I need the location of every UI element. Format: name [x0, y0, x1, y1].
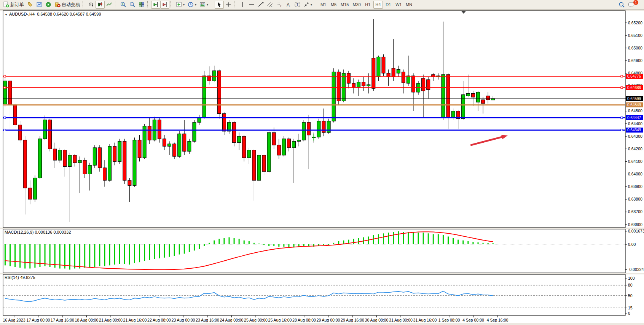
templates-dropdown-caret[interactable]: ▾ — [207, 3, 208, 6]
line-handle[interactable] — [621, 75, 623, 77]
candle — [292, 141, 296, 148]
candle — [3, 81, 7, 104]
search-button[interactable] — [617, 1, 626, 9]
timeframe-w1-button[interactable]: W1 — [394, 1, 403, 9]
tile-windows-button[interactable] — [137, 1, 146, 9]
candle — [217, 71, 221, 114]
time-axis: 16 Aug 202317 Aug 00:0017 Aug 16:0018 Au… — [3, 315, 509, 322]
zoom-in-button[interactable] — [119, 1, 128, 9]
candle — [297, 140, 301, 141]
candle — [138, 140, 141, 158]
candle — [158, 120, 161, 139]
auto-scroll-button[interactable] — [151, 1, 160, 9]
candle — [193, 123, 196, 142]
search-icon — [618, 2, 625, 8]
svg-text:A: A — [287, 2, 290, 8]
candle — [362, 82, 365, 86]
svg-text:29 Aug 00:00: 29 Aug 00:00 — [317, 318, 340, 322]
crayon-button[interactable] — [26, 1, 35, 9]
candle — [173, 144, 176, 156]
text-tool-button[interactable]: A — [284, 1, 293, 9]
line-handle[interactable] — [4, 129, 6, 131]
timeframe-m30-button[interactable]: M30 — [351, 1, 362, 9]
candle — [128, 180, 131, 185]
symbol-dropdown-icon[interactable]: ▼ — [5, 13, 8, 16]
rsi-panel[interactable] — [3, 274, 625, 315]
candle — [372, 58, 375, 89]
line-chart-mode-button[interactable] — [105, 1, 114, 9]
zoom-out-button[interactable] — [128, 1, 137, 9]
candle — [242, 136, 246, 158]
new-order-button[interactable]: 新订单 — [2, 1, 26, 9]
zoom-out-icon — [129, 2, 135, 8]
timeframe-h4-button[interactable]: H4 — [373, 1, 383, 9]
vertical-line-tool-button[interactable] — [238, 1, 247, 9]
line-handle[interactable] — [621, 129, 623, 131]
svg-text:0.64300: 0.64300 — [628, 134, 642, 139]
line-handle[interactable] — [4, 75, 6, 77]
toolbar-separator — [315, 1, 317, 8]
candle — [48, 120, 52, 149]
line-handle[interactable] — [4, 87, 6, 89]
svg-text:25 Aug 00:00: 25 Aug 00:00 — [244, 318, 268, 322]
macd-panel[interactable] — [3, 229, 625, 273]
svg-text:0.001673: 0.001673 — [628, 229, 644, 233]
macd-label: MACD(12,26,9) 0.000136 0.000332 — [5, 230, 71, 234]
candle — [282, 139, 285, 155]
candle — [233, 123, 236, 143]
crosshair-tool-button[interactable] — [224, 1, 233, 9]
toolbar-separator — [171, 1, 173, 8]
price-panel[interactable] — [3, 11, 625, 228]
candle — [43, 120, 47, 139]
chat-unread-badge: 1 — [633, 0, 639, 5]
clock-icon — [188, 2, 194, 8]
periods-button[interactable]: ▾ — [186, 1, 198, 9]
bar-chart-mode-button[interactable] — [86, 1, 96, 9]
text-icon: A — [285, 2, 291, 8]
candlestick-mode-button[interactable] — [96, 1, 105, 9]
timeframe-h1-button[interactable]: H1 — [363, 1, 373, 9]
candle — [377, 57, 380, 77]
timeframe-mn-button[interactable]: MN — [404, 1, 414, 9]
candle — [83, 160, 86, 174]
chart-shift-button[interactable] — [160, 1, 169, 9]
periods-dropdown-caret[interactable]: ▾ — [195, 3, 196, 6]
trendline-icon — [258, 2, 264, 8]
trendline-tool-button[interactable] — [256, 1, 265, 9]
svg-text:21 Aug 00:00: 21 Aug 00:00 — [99, 318, 123, 322]
candle — [347, 73, 350, 84]
line-handle[interactable] — [621, 87, 623, 89]
candle — [18, 125, 22, 140]
indicators-button[interactable]: ▾ — [174, 1, 186, 9]
market-window-button[interactable] — [35, 1, 44, 9]
new-order-label: 新订单 — [10, 2, 24, 8]
chart-canvas[interactable]: 0.652000.651000.650000.649000.648000.647… — [0, 0, 644, 325]
equidistant-channel-tool-button[interactable]: E — [265, 1, 274, 9]
fibonacci-tool-button[interactable]: F — [274, 1, 284, 9]
horizontal-line-tool-button[interactable] — [247, 1, 256, 9]
line-handle[interactable] — [4, 117, 6, 119]
indicators-dropdown-caret[interactable]: ▾ — [183, 3, 185, 6]
timeframe-m1-button[interactable]: M1 — [319, 1, 328, 9]
sound-button[interactable] — [44, 1, 53, 9]
candle — [188, 141, 191, 151]
candle — [123, 141, 126, 180]
cursor-tool-button[interactable] — [215, 1, 224, 9]
arrows-tool-button[interactable]: ▾ — [302, 1, 314, 9]
timeframe-m5-button[interactable]: M5 — [329, 1, 338, 9]
text-label-tool-button[interactable]: T — [293, 1, 302, 9]
chat-button[interactable]: 1 — [626, 1, 636, 9]
candle — [287, 139, 290, 148]
candle — [397, 70, 400, 73]
svg-text:29 Aug 16:00: 29 Aug 16:00 — [341, 318, 364, 322]
line-handle[interactable] — [621, 117, 623, 119]
arrows-dropdown-caret[interactable]: ▾ — [311, 3, 312, 6]
candle — [257, 155, 261, 180]
timeframe-m15-button[interactable]: M15 — [339, 1, 350, 9]
autotrade-button[interactable]: 自动交易 — [53, 1, 81, 9]
svg-text:F: F — [281, 5, 282, 7]
timeframe-d1-button[interactable]: D1 — [384, 1, 393, 9]
templates-button[interactable]: ▾ — [198, 1, 210, 9]
crayon-icon — [27, 2, 33, 8]
candle — [78, 160, 81, 163]
